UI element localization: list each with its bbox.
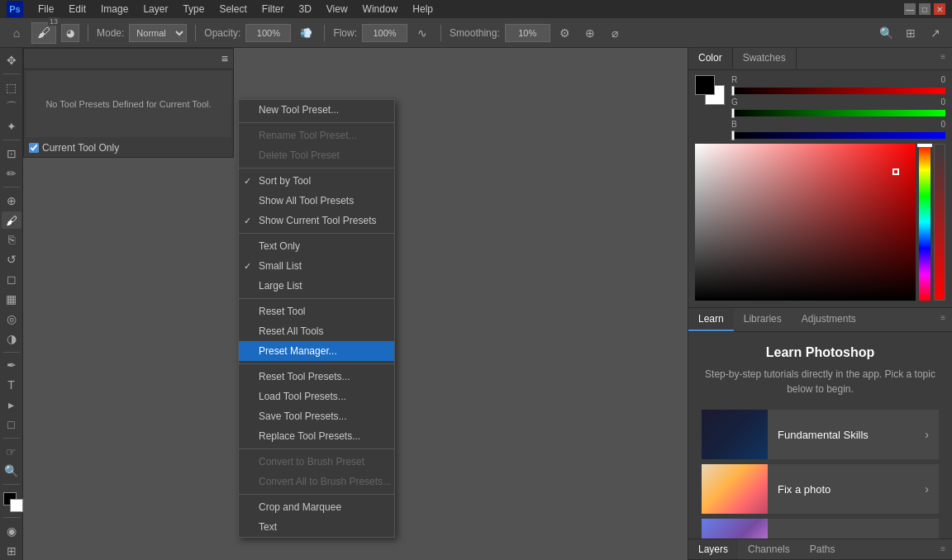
cm-text[interactable]: Text: [239, 517, 394, 537]
cm-preset-manager[interactable]: Preset Manager...: [239, 341, 394, 361]
tool-lasso[interactable]: ⌒: [2, 98, 21, 116]
search-icon[interactable]: 🔍: [876, 23, 896, 43]
learn-card-fundamental[interactable]: Fundamental Skills ›: [702, 410, 939, 459]
cm-show-all[interactable]: Show All Tool Presets: [239, 191, 394, 211]
color-b-slider[interactable]: [731, 132, 945, 139]
smoothing-input[interactable]: [505, 24, 550, 42]
alpha-slider[interactable]: [934, 144, 945, 301]
cm-reset-tool[interactable]: Reset Tool: [239, 301, 394, 321]
tool-separator-6: [3, 484, 20, 485]
tool-marquee[interactable]: ⬚: [2, 78, 21, 97]
color-r-slider[interactable]: [731, 88, 945, 94]
menu-layer[interactable]: Layer: [136, 2, 174, 17]
tool-separator-3: [3, 187, 20, 187]
menu-select[interactable]: Select: [212, 2, 253, 17]
menu-file[interactable]: File: [31, 2, 60, 17]
tool-gradient[interactable]: ▦: [2, 290, 21, 308]
brush-hardness-btn[interactable]: ◕: [61, 24, 79, 42]
cm-large-list[interactable]: Large List: [239, 276, 394, 296]
share-icon[interactable]: ↗: [926, 23, 945, 43]
tool-brush[interactable]: 🖌: [2, 211, 21, 230]
menu-help[interactable]: Help: [406, 2, 440, 17]
settings-icon[interactable]: ⚙: [555, 23, 575, 43]
menu-edit[interactable]: Edit: [62, 2, 93, 17]
tool-healing[interactable]: ⊕: [2, 192, 21, 210]
tool-path-selection[interactable]: ▸: [2, 396, 21, 414]
tool-magic-wand[interactable]: ✦: [2, 117, 21, 135]
cm-small-list[interactable]: ✓ Small List: [239, 256, 394, 276]
symmetry-icon[interactable]: ⊕: [580, 23, 600, 43]
cm-replace-tool-presets[interactable]: Replace Tool Presets...: [239, 426, 394, 446]
learn-card-creative[interactable]: Make creative effects ›: [702, 519, 939, 539]
cm-new-preset[interactable]: New Tool Preset...: [239, 100, 394, 120]
thumb-creative: [702, 519, 768, 539]
fg-bg-swatches[interactable]: [695, 75, 725, 105]
workspace-icon[interactable]: ⊞: [901, 23, 921, 43]
tool-hand[interactable]: ☞: [2, 443, 21, 461]
menu-3d[interactable]: 3D: [292, 2, 317, 17]
color-panel-expand[interactable]: ≡: [934, 48, 952, 69]
tool-crop[interactable]: ⊡: [2, 145, 21, 163]
cm-sort-by-tool[interactable]: ✓ Sort by Tool: [239, 171, 394, 191]
cm-reset-tool-presets[interactable]: Reset Tool Presets...: [239, 367, 394, 387]
tab-channels[interactable]: Channels: [738, 539, 800, 559]
tool-shape[interactable]: □: [2, 415, 21, 434]
flow-icon[interactable]: ∿: [412, 23, 432, 43]
tool-text[interactable]: T: [2, 376, 21, 394]
current-tool-only-checkbox[interactable]: [29, 143, 39, 153]
tool-move[interactable]: ✥: [2, 51, 21, 69]
tool-screen-mode[interactable]: ⊞: [2, 542, 21, 560]
angle-icon[interactable]: ⌀: [605, 23, 625, 43]
menu-view[interactable]: View: [320, 2, 355, 17]
tool-eyedropper[interactable]: ✏: [2, 164, 21, 183]
tool-mask-mode[interactable]: ◉: [2, 522, 21, 540]
tool-eraser[interactable]: ◻: [2, 270, 21, 288]
learn-card-fix-photo[interactable]: Fix a photo ›: [702, 464, 939, 514]
cm-show-current[interactable]: ✓ Show Current Tool Presets: [239, 211, 394, 230]
color-swatches[interactable]: [0, 489, 23, 513]
cm-load-tool-presets[interactable]: Load Tool Presets...: [239, 387, 394, 406]
tool-zoom[interactable]: 🔍: [2, 463, 21, 481]
cm-save-tool-presets[interactable]: Save Tool Presets...: [239, 406, 394, 426]
airbrush-icon[interactable]: 💨: [296, 23, 316, 43]
home-icon[interactable]: ⌂: [7, 23, 26, 43]
tool-history[interactable]: ↺: [2, 250, 21, 268]
menu-filter[interactable]: Filter: [255, 2, 291, 17]
tool-dodge[interactable]: ◑: [2, 330, 21, 348]
close-button[interactable]: ✕: [934, 3, 945, 15]
tab-layers[interactable]: Layers: [688, 539, 738, 559]
cm-text-only[interactable]: Text Only: [239, 236, 394, 256]
blend-mode-select[interactable]: Normal: [129, 24, 187, 42]
hue-slider[interactable]: [919, 144, 931, 301]
tab-learn[interactable]: Learn: [688, 308, 734, 331]
separator-2: [195, 25, 196, 41]
menu-image[interactable]: Image: [94, 2, 135, 17]
tab-swatches[interactable]: Swatches: [733, 48, 797, 69]
minimize-button[interactable]: —: [904, 3, 916, 15]
menu-type[interactable]: Type: [176, 2, 211, 17]
color-gradient-picker[interactable]: [695, 144, 916, 301]
flow-input[interactable]: [362, 24, 407, 42]
background-color[interactable]: [10, 499, 23, 512]
tab-paths[interactable]: Paths: [800, 539, 845, 559]
cm-crop-marquee[interactable]: Crop and Marquee: [239, 497, 394, 517]
opacity-input[interactable]: [245, 24, 291, 42]
tool-pen[interactable]: ✒: [2, 356, 21, 374]
menu-window[interactable]: Window: [356, 2, 405, 17]
maximize-button[interactable]: □: [919, 3, 931, 15]
layer-panel-expand[interactable]: ≡: [934, 539, 952, 559]
color-g-slider[interactable]: [731, 110, 945, 116]
color-r-label: R0: [731, 75, 945, 84]
panel-menu-icon[interactable]: ≡: [221, 52, 228, 65]
tab-libraries[interactable]: Libraries: [734, 308, 792, 331]
tab-color[interactable]: Color: [688, 48, 733, 69]
learn-panel-expand[interactable]: ≡: [934, 308, 952, 331]
color-b-label: B0: [731, 120, 945, 129]
tool-blur[interactable]: ◎: [2, 310, 21, 328]
foreground-swatch[interactable]: [695, 75, 715, 95]
tool-clone[interactable]: ⎘: [2, 230, 21, 249]
tool-presets-header: ≡: [24, 49, 233, 69]
cm-reset-all-tools[interactable]: Reset All Tools: [239, 321, 394, 341]
color-saturation-brightness[interactable]: [695, 144, 916, 301]
tab-adjustments[interactable]: Adjustments: [792, 308, 866, 331]
